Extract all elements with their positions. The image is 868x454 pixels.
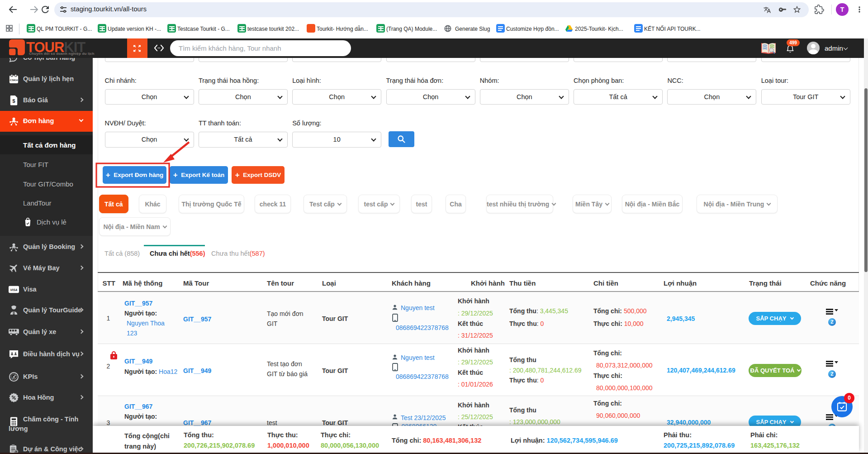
svg-text:CSKH: CSKH <box>10 78 18 81</box>
svg-text:$: $ <box>12 98 15 103</box>
svg-text:KPI: KPI <box>12 378 15 379</box>
svg-text:VISA: VISA <box>10 288 17 291</box>
